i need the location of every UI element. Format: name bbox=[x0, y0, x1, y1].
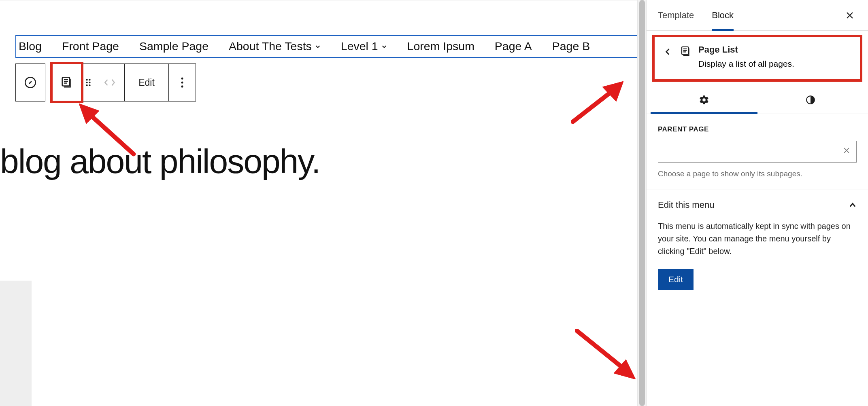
subtab-styles[interactable] bbox=[757, 86, 864, 114]
more-vertical-icon bbox=[175, 76, 189, 89]
nav-item[interactable]: Page B bbox=[552, 39, 590, 54]
compass-icon bbox=[23, 76, 37, 89]
svg-point-7 bbox=[86, 85, 87, 86]
nav-item[interactable]: Lorem Ipsum bbox=[407, 39, 474, 54]
drag-icon bbox=[85, 78, 91, 87]
nav-item-label: Lorem Ipsum bbox=[407, 39, 474, 54]
chevron-right-icon bbox=[111, 78, 115, 87]
svg-point-11 bbox=[181, 85, 183, 87]
close-sidebar-button[interactable] bbox=[843, 8, 857, 22]
sidebar-tabs: Template Block bbox=[647, 0, 868, 31]
annotation-arrow bbox=[79, 104, 140, 160]
edit-menu-button[interactable]: Edit bbox=[658, 269, 694, 290]
inspector-subtabs bbox=[647, 86, 868, 114]
chevron-left-icon bbox=[104, 78, 109, 87]
annotation-arrow bbox=[575, 329, 636, 379]
close-icon bbox=[842, 146, 851, 154]
svg-marker-1 bbox=[29, 81, 32, 85]
adjacent-block bbox=[0, 281, 32, 406]
page-list-block[interactable]: Blog Front Page Sample Page About The Te… bbox=[15, 35, 637, 58]
subtab-settings[interactable] bbox=[651, 86, 757, 114]
svg-point-3 bbox=[86, 79, 87, 80]
page-list-block-button[interactable] bbox=[52, 64, 81, 101]
close-icon bbox=[845, 11, 855, 20]
nav-item-label: Page B bbox=[552, 39, 590, 54]
chevron-down-icon bbox=[315, 44, 321, 49]
edit-button-label: Edit bbox=[138, 77, 155, 88]
tab-template[interactable]: Template bbox=[658, 0, 694, 31]
nav-item[interactable]: Sample Page bbox=[139, 39, 208, 54]
editor-canvas: Blog Front Page Sample Page About The Te… bbox=[0, 0, 637, 406]
svg-point-9 bbox=[181, 78, 183, 80]
parent-page-label: PARENT PAGE bbox=[658, 125, 857, 133]
nav-item[interactable]: Page A bbox=[495, 39, 532, 54]
nav-item[interactable]: Level 1 bbox=[341, 39, 387, 54]
block-toolbar: Edit bbox=[15, 63, 196, 102]
svg-point-5 bbox=[86, 82, 87, 83]
block-back-button[interactable] bbox=[662, 46, 673, 57]
block-mover[interactable] bbox=[95, 64, 124, 101]
block-card-title: Page List bbox=[698, 44, 794, 55]
nav-item[interactable]: About The Tests bbox=[229, 39, 321, 54]
svg-point-8 bbox=[89, 85, 90, 86]
styles-contrast-icon bbox=[805, 95, 816, 105]
clear-input-button[interactable] bbox=[842, 146, 851, 157]
svg-point-6 bbox=[89, 82, 90, 83]
nav-item-label: Level 1 bbox=[341, 39, 378, 54]
nav-item-label: Front Page bbox=[62, 39, 119, 54]
navigation-parent-button[interactable] bbox=[16, 64, 45, 101]
edit-menu-toggle[interactable]: Edit this menu bbox=[658, 200, 857, 210]
edit-menu-description: This menu is automatically kept in sync … bbox=[658, 220, 857, 258]
drag-handle[interactable] bbox=[81, 64, 95, 101]
edit-menu-panel: Edit this menu This menu is automaticall… bbox=[647, 190, 868, 304]
tab-block[interactable]: Block bbox=[712, 0, 734, 31]
svg-point-10 bbox=[181, 81, 183, 83]
annotation-arrow bbox=[571, 81, 623, 126]
chevron-left-icon bbox=[664, 48, 671, 55]
parent-page-combobox[interactable] bbox=[658, 141, 857, 163]
parent-page-help: Choose a page to show only its subpages. bbox=[658, 168, 857, 180]
block-card: Page List Display a list of all pages. bbox=[652, 35, 862, 82]
parent-page-panel: PARENT PAGE Choose a page to show only i… bbox=[647, 114, 868, 190]
chevron-up-icon bbox=[849, 201, 857, 209]
nav-item[interactable]: Blog bbox=[19, 39, 42, 54]
page-heading[interactable]: blog about philosophy. bbox=[0, 142, 320, 181]
edit-button[interactable]: Edit bbox=[125, 64, 168, 101]
edit-menu-title: Edit this menu bbox=[658, 200, 714, 210]
nav-item[interactable]: Front Page bbox=[62, 39, 119, 54]
nav-item-label: About The Tests bbox=[229, 39, 312, 54]
gear-icon bbox=[699, 95, 709, 105]
chevron-down-icon bbox=[381, 44, 387, 49]
nav-item-label: Sample Page bbox=[139, 39, 208, 54]
more-options-button[interactable] bbox=[169, 64, 196, 101]
nav-item-label: Blog bbox=[19, 39, 42, 54]
nav-item-label: Page A bbox=[495, 39, 532, 54]
scrollbar-thumb[interactable] bbox=[639, 0, 645, 406]
page-list-icon bbox=[680, 45, 692, 57]
settings-sidebar: Template Block Page List Display a list … bbox=[646, 0, 868, 406]
svg-point-4 bbox=[89, 79, 90, 80]
page-list-icon bbox=[60, 76, 74, 89]
block-card-description: Display a list of all pages. bbox=[698, 59, 794, 69]
scrollbar-track[interactable] bbox=[637, 0, 646, 406]
